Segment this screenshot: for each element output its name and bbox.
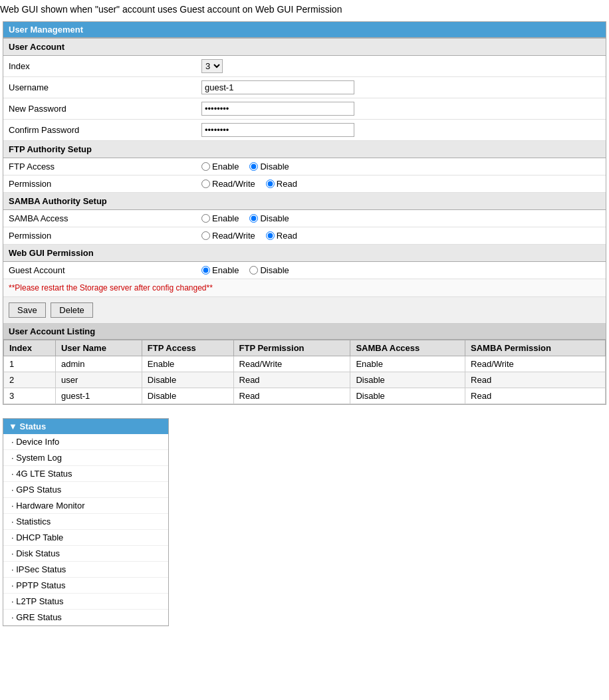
new-password-label: New Password: [3, 98, 196, 120]
table-cell: Read: [465, 388, 606, 404]
username-label: Username: [3, 77, 196, 98]
sidebar-item[interactable]: · 4G LTE Status: [3, 466, 168, 482]
table-cell: Read/Write: [233, 356, 350, 372]
samba-access-disable-text: Disable: [260, 213, 289, 223]
samba-permission-read-text: Read: [277, 231, 297, 241]
username-input[interactable]: [201, 80, 354, 94]
samba-permission-label: Permission: [3, 227, 196, 245]
user-management-form: User Account Index 1 2 3 4 5 Username: [3, 38, 606, 279]
confirm-password-input[interactable]: [201, 123, 354, 137]
ftp-access-disable-radio[interactable]: [249, 162, 258, 171]
table-cell: Read: [233, 372, 350, 388]
guest-account-enable-radio[interactable]: [201, 266, 210, 275]
guest-account-enable-label[interactable]: Enable: [201, 265, 239, 275]
ftp-permission-label: Permission: [3, 175, 196, 193]
sidebar-item[interactable]: · System Log: [3, 450, 168, 466]
sidebar-item[interactable]: · Hardware Monitor: [3, 498, 168, 514]
table-cell: 1: [4, 356, 56, 372]
ftp-authority-label: FTP Authority Setup: [3, 141, 606, 158]
user-account-section: User Account: [3, 39, 606, 56]
web-gui-permission-label: Web GUI Permission: [3, 245, 606, 262]
col-index: Index: [4, 340, 56, 356]
save-button[interactable]: Save: [9, 302, 46, 318]
user-account-listing-section: User Account Listing Index User Name FTP…: [3, 324, 606, 404]
col-samba-access: SAMBA Access: [350, 340, 465, 356]
listing-header-row: Index User Name FTP Access FTP Permissio…: [4, 340, 606, 356]
new-password-row: New Password: [3, 98, 606, 120]
ftp-permission-readwrite-text: Read/Write: [212, 179, 255, 189]
guest-account-enable-text: Enable: [212, 265, 239, 275]
table-cell: Enable: [142, 356, 233, 372]
sidebar-item[interactable]: · Disk Status: [3, 546, 168, 562]
listing-table: Index User Name FTP Access FTP Permissio…: [3, 340, 606, 404]
ftp-access-enable-radio[interactable]: [201, 162, 210, 171]
table-cell: admin: [55, 356, 142, 372]
guest-account-label: Guest Account: [3, 262, 196, 279]
samba-access-enable-radio[interactable]: [201, 214, 210, 223]
table-cell: guest-1: [55, 388, 142, 404]
index-select[interactable]: 1 2 3 4 5: [201, 59, 223, 73]
ftp-access-label: FTP Access: [3, 158, 196, 175]
samba-access-disable-label[interactable]: Disable: [249, 213, 289, 223]
ftp-permission-read-label[interactable]: Read: [266, 179, 297, 189]
warning-text: **Please restart the Storage server afte…: [3, 279, 606, 297]
sidebar-items-container: · Device Info· System Log· 4G LTE Status…: [3, 434, 168, 626]
sidebar-item[interactable]: · Device Info: [3, 434, 168, 450]
guest-account-row: Guest Account Enable Disable: [3, 262, 606, 279]
table-cell: Disable: [350, 372, 465, 388]
listing-section-header: User Account Listing: [3, 324, 606, 340]
col-ftp-permission: FTP Permission: [233, 340, 350, 356]
sidebar-panel: ▼ Status · Device Info· System Log· 4G L…: [3, 418, 169, 626]
ftp-authority-section: FTP Authority Setup: [3, 141, 606, 158]
samba-access-radio-group: Enable Disable: [201, 213, 600, 223]
sidebar-item[interactable]: · DHCP Table: [3, 530, 168, 546]
web-gui-permission-section: Web GUI Permission: [3, 245, 606, 262]
samba-access-row: SAMBA Access Enable Disable: [3, 210, 606, 227]
sidebar-header: ▼ Status: [3, 419, 168, 434]
ftp-access-enable-label[interactable]: Enable: [201, 162, 239, 172]
user-management-panel: User Management User Account Index 1 2 3…: [3, 21, 606, 405]
sidebar-item[interactable]: · GPS Status: [3, 482, 168, 498]
ftp-permission-read-radio[interactable]: [266, 179, 275, 188]
table-cell: Read: [465, 372, 606, 388]
samba-permission-readwrite-text: Read/Write: [212, 231, 255, 241]
samba-permission-read-label[interactable]: Read: [266, 231, 297, 241]
table-row: 1adminEnableRead/WriteEnableRead/Write: [4, 356, 606, 372]
samba-access-disable-radio[interactable]: [249, 214, 258, 223]
table-cell: Read: [233, 388, 350, 404]
col-ftp-access: FTP Access: [142, 340, 233, 356]
sidebar-item[interactable]: · PPTP Status: [3, 578, 168, 594]
index-label: Index: [3, 56, 196, 77]
samba-permission-radio-group: Read/Write Read: [201, 231, 600, 241]
delete-button[interactable]: Delete: [51, 302, 93, 318]
new-password-input[interactable]: [201, 102, 354, 116]
samba-authority-label: SAMBA Authority Setup: [3, 193, 606, 210]
username-row: Username: [3, 77, 606, 98]
table-cell: Disable: [350, 388, 465, 404]
ftp-permission-row: Permission Read/Write Read: [3, 175, 606, 193]
ftp-permission-radio-group: Read/Write Read: [201, 179, 600, 189]
guest-account-disable-radio[interactable]: [249, 266, 258, 275]
guest-account-disable-label[interactable]: Disable: [249, 265, 289, 275]
col-samba-permission: SAMBA Permission: [465, 340, 606, 356]
ftp-permission-readwrite-radio[interactable]: [201, 179, 210, 188]
samba-permission-readwrite-radio[interactable]: [201, 231, 210, 240]
table-cell: user: [55, 372, 142, 388]
ftp-access-disable-label[interactable]: Disable: [249, 162, 289, 172]
samba-permission-read-radio[interactable]: [266, 231, 275, 240]
ftp-permission-readwrite-label[interactable]: Read/Write: [201, 179, 255, 189]
sidebar-item[interactable]: · L2TP Status: [3, 594, 168, 610]
confirm-password-row: Confirm Password: [3, 120, 606, 141]
samba-permission-readwrite-label[interactable]: Read/Write: [201, 231, 255, 241]
sidebar-item[interactable]: · Statistics: [3, 514, 168, 530]
ftp-access-enable-text: Enable: [212, 162, 239, 172]
samba-permission-row: Permission Read/Write Read: [3, 227, 606, 245]
samba-access-enable-text: Enable: [212, 213, 239, 223]
samba-access-label: SAMBA Access: [3, 210, 196, 227]
sidebar-item[interactable]: · IPSec Status: [3, 562, 168, 578]
guest-account-disable-text: Disable: [260, 265, 289, 275]
samba-access-enable-label[interactable]: Enable: [201, 213, 239, 223]
col-username: User Name: [55, 340, 142, 356]
samba-authority-section: SAMBA Authority Setup: [3, 193, 606, 210]
sidebar-item[interactable]: · GRE Status: [3, 610, 168, 626]
